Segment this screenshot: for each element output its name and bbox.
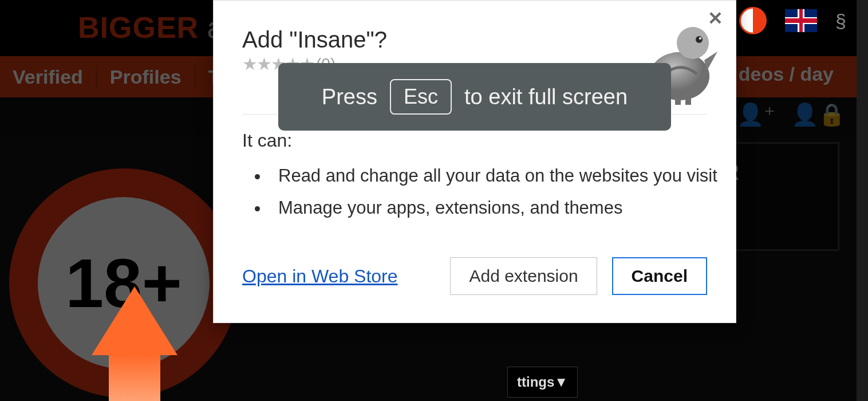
user-lock-icon[interactable]: 👤🔒 [791, 102, 845, 127]
add-extension-button[interactable]: Add extension [450, 257, 597, 295]
permissions-heading: It can: [242, 130, 292, 151]
open-web-store-link[interactable]: Open in Web Store [242, 266, 398, 287]
permissions-list: Read and change all your data on the web… [255, 160, 717, 224]
svg-rect-6 [685, 98, 691, 105]
contrast-icon[interactable] [739, 7, 767, 34]
fullscreen-exit-toast: Press Esc to exit full screen [278, 63, 671, 131]
esc-keycap: Esc [390, 79, 452, 115]
bg-videos-per-day: deos / day [739, 63, 834, 85]
arrow-head-icon [92, 286, 177, 355]
add-user-icon[interactable]: 👤⁺ [737, 102, 775, 127]
squiggle-icon[interactable]: § [835, 10, 846, 32]
nav-separator [194, 65, 196, 88]
dialog-buttons: Add extension Cancel [450, 257, 707, 295]
toast-press-text: Press [322, 85, 377, 109]
cancel-button[interactable]: Cancel [612, 257, 707, 295]
orange-up-arrow [92, 286, 177, 401]
permission-item: Manage your apps, extensions, and themes [255, 192, 717, 224]
nav-profiles[interactable]: Profiles [102, 66, 190, 88]
uk-flag-icon[interactable] [785, 9, 817, 32]
page-root: BIGGER and Verified Profiles Ta deos / d… [0, 0, 868, 401]
svg-point-4 [699, 37, 701, 40]
permission-item: Read and change all your data on the web… [255, 160, 717, 192]
nav-verified[interactable]: Verified [5, 66, 91, 88]
bg-headline-bigger: BIGGER [78, 11, 199, 44]
top-right-icons: § [739, 7, 846, 34]
toast-rest-text: to exit full screen [464, 85, 628, 109]
svg-point-2 [677, 27, 709, 59]
svg-point-3 [696, 36, 703, 43]
nav-separator [96, 65, 97, 88]
arrow-stem [109, 355, 160, 401]
svg-rect-5 [675, 98, 681, 105]
settings-dropdown[interactable]: ttings▼ [507, 367, 578, 398]
dialog-footer: Open in Web Store Add extension Cancel [242, 257, 707, 295]
add-extension-dialog: ✕ Add "Insane"? ★★★★★ (0) It can: Read [213, 0, 736, 323]
dialog-title: Add "Insane"? [242, 27, 707, 53]
vertical-scrollbar[interactable] [857, 0, 868, 401]
